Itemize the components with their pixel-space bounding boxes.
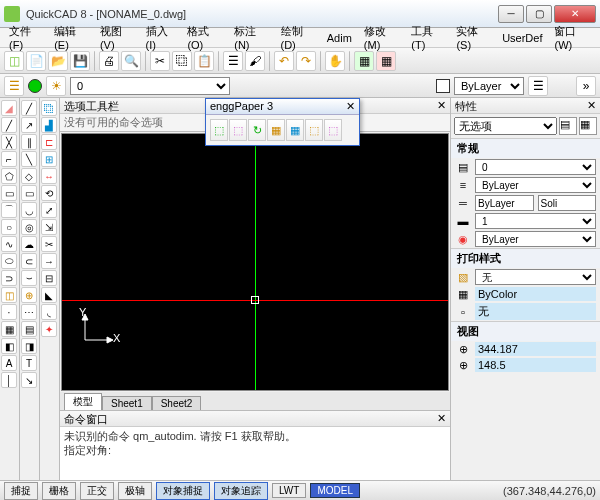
paste-button[interactable]: 📋 bbox=[194, 51, 214, 71]
insert-tool[interactable]: ⊕ bbox=[21, 287, 37, 303]
menu-edit[interactable]: 编辑(E) bbox=[49, 22, 93, 53]
selection-select[interactable]: 无选项 bbox=[454, 117, 557, 135]
array-tool[interactable]: ⊞ bbox=[41, 151, 57, 167]
snap-toggle[interactable]: 捕捉 bbox=[4, 482, 38, 500]
extend-tool[interactable]: → bbox=[41, 253, 57, 269]
revcloud-tool[interactable]: ☁ bbox=[21, 236, 37, 252]
lineweight-button[interactable]: ☰ bbox=[528, 76, 548, 96]
save-button[interactable]: 💾 bbox=[70, 51, 90, 71]
polar-toggle[interactable]: 极轴 bbox=[118, 482, 152, 500]
palette-btn-1[interactable]: ⬚ bbox=[210, 119, 228, 141]
grid-toggle[interactable]: 栅格 bbox=[42, 482, 76, 500]
line2-tool[interactable]: ╱ bbox=[21, 100, 37, 116]
prop-ltscale-input[interactable] bbox=[475, 195, 534, 211]
properties-close-icon[interactable]: ✕ bbox=[587, 99, 596, 112]
spline-tool[interactable]: ∿ bbox=[1, 236, 17, 252]
preview-button[interactable]: 🔍 bbox=[121, 51, 141, 71]
explode-tool[interactable]: ✦ bbox=[41, 321, 57, 337]
chamfer-tool[interactable]: ◣ bbox=[41, 287, 57, 303]
ortho-toggle[interactable]: 正交 bbox=[80, 482, 114, 500]
menu-modify[interactable]: 修改(M) bbox=[359, 22, 404, 53]
palette-btn-6[interactable]: ⬚ bbox=[305, 119, 323, 141]
linetype-select[interactable]: ByLayer bbox=[454, 77, 524, 95]
redo-button[interactable]: ↷ bbox=[296, 51, 316, 71]
new-doc-button[interactable]: 📄 bbox=[26, 51, 46, 71]
properties-button[interactable]: ☰ bbox=[223, 51, 243, 71]
hatch-tool[interactable]: ▦ bbox=[1, 321, 17, 337]
command-output[interactable]: 未识别的命令 qm_autodim. 请按 F1 获取帮助。 指定对角: bbox=[60, 427, 450, 480]
mtext-tool[interactable]: T bbox=[21, 355, 37, 371]
donut-tool[interactable]: ◎ bbox=[21, 219, 37, 235]
command-close-icon[interactable]: ✕ bbox=[437, 412, 446, 425]
region-tool[interactable]: ◧ bbox=[1, 338, 17, 354]
trace-tool[interactable]: ╲ bbox=[21, 151, 37, 167]
section-general[interactable]: 常规 bbox=[451, 139, 600, 158]
color-swatch[interactable] bbox=[436, 79, 450, 93]
quick-select-button[interactable]: ▤ bbox=[559, 117, 577, 135]
prop-plotstyle-select[interactable]: 无 bbox=[475, 269, 596, 285]
gradient-tool[interactable]: ▤ bbox=[21, 321, 37, 337]
tool-a-button[interactable]: ▦ bbox=[354, 51, 374, 71]
lwt-toggle[interactable]: LWT bbox=[272, 483, 306, 498]
copy-button[interactable]: ⿻ bbox=[172, 51, 192, 71]
palette-btn-3[interactable]: ↻ bbox=[248, 119, 266, 141]
palette-btn-2[interactable]: ⬚ bbox=[229, 119, 247, 141]
section-plot[interactable]: 打印样式 bbox=[451, 249, 600, 268]
tab-sheet1[interactable]: Sheet1 bbox=[102, 396, 152, 410]
arc3-tool[interactable]: ⊂ bbox=[21, 253, 37, 269]
fillet-tool[interactable]: ◟ bbox=[41, 304, 57, 320]
tool-b-button[interactable]: ▦ bbox=[376, 51, 396, 71]
menu-draw[interactable]: 绘制(D) bbox=[276, 22, 320, 53]
osnap-toggle[interactable]: 对象捕捉 bbox=[156, 482, 210, 500]
options-close-icon[interactable]: ✕ bbox=[437, 99, 446, 112]
arrow-tool[interactable]: ↘ bbox=[21, 372, 37, 388]
overflow-button[interactable]: » bbox=[576, 76, 596, 96]
close-button[interactable]: ✕ bbox=[554, 5, 596, 23]
polyline-tool[interactable]: ⌐ bbox=[1, 151, 17, 167]
prop-ltscale-val[interactable] bbox=[538, 195, 597, 211]
offset-tool[interactable]: ⊏ bbox=[41, 134, 57, 150]
line-tool[interactable]: ╱ bbox=[1, 117, 17, 133]
vline-tool[interactable]: │ bbox=[1, 372, 17, 388]
arc-tool[interactable]: ⌒ bbox=[1, 202, 17, 218]
maximize-button[interactable]: ▢ bbox=[526, 5, 552, 23]
mirror-tool[interactable]: ▟ bbox=[41, 117, 57, 133]
select-objects-button[interactable]: ▦ bbox=[579, 117, 597, 135]
undo-button[interactable]: ↶ bbox=[274, 51, 294, 71]
ellipse-tool[interactable]: ⬭ bbox=[1, 253, 17, 269]
section-view[interactable]: 视图 bbox=[451, 322, 600, 341]
diamond-tool[interactable]: ◇ bbox=[21, 168, 37, 184]
layer-manager-button[interactable]: ☰ bbox=[4, 76, 24, 96]
circle-tool[interactable]: ○ bbox=[1, 219, 17, 235]
ray-tool[interactable]: ↗ bbox=[21, 117, 37, 133]
menu-solids[interactable]: 实体(S) bbox=[451, 22, 495, 53]
palette-btn-7[interactable]: ⬚ bbox=[324, 119, 342, 141]
break-tool[interactable]: ⊟ bbox=[41, 270, 57, 286]
palette-close-icon[interactable]: ✕ bbox=[346, 100, 355, 113]
palette-btn-5[interactable]: ▦ bbox=[286, 119, 304, 141]
otrack-toggle[interactable]: 对象追踪 bbox=[214, 482, 268, 500]
stretch-tool[interactable]: ⇲ bbox=[41, 219, 57, 235]
polygon-tool[interactable]: ⬠ bbox=[1, 168, 17, 184]
curve-tool[interactable]: ⌣ bbox=[21, 270, 37, 286]
rotate-tool[interactable]: ⟲ bbox=[41, 185, 57, 201]
layer-color-swatch[interactable] bbox=[28, 79, 42, 93]
menu-userdef[interactable]: UserDef bbox=[497, 30, 547, 46]
menu-format[interactable]: 格式(O) bbox=[182, 22, 227, 53]
block-tool[interactable]: ◫ bbox=[1, 287, 17, 303]
layer-toggle-button[interactable]: ☀ bbox=[46, 76, 66, 96]
xline-tool[interactable]: ╳ bbox=[1, 134, 17, 150]
prop-layer-select[interactable]: 0 bbox=[475, 159, 596, 175]
prop-lineweight-select[interactable]: 1 bbox=[475, 213, 596, 229]
arc2-tool[interactable]: ◡ bbox=[21, 202, 37, 218]
model-toggle[interactable]: MODEL bbox=[310, 483, 360, 498]
palette-btn-4[interactable]: ▦ bbox=[267, 119, 285, 141]
menu-insert[interactable]: 插入(I) bbox=[141, 22, 181, 53]
menu-dimension[interactable]: 标注(N) bbox=[229, 22, 273, 53]
open-button[interactable]: 📂 bbox=[48, 51, 68, 71]
cut-button[interactable]: ✂ bbox=[150, 51, 170, 71]
move-tool[interactable]: ↔ bbox=[41, 168, 57, 184]
menu-file[interactable]: 文件(F) bbox=[4, 22, 47, 53]
text-tool[interactable]: A bbox=[1, 355, 17, 371]
drawing-canvas[interactable]: Y X bbox=[61, 133, 449, 391]
